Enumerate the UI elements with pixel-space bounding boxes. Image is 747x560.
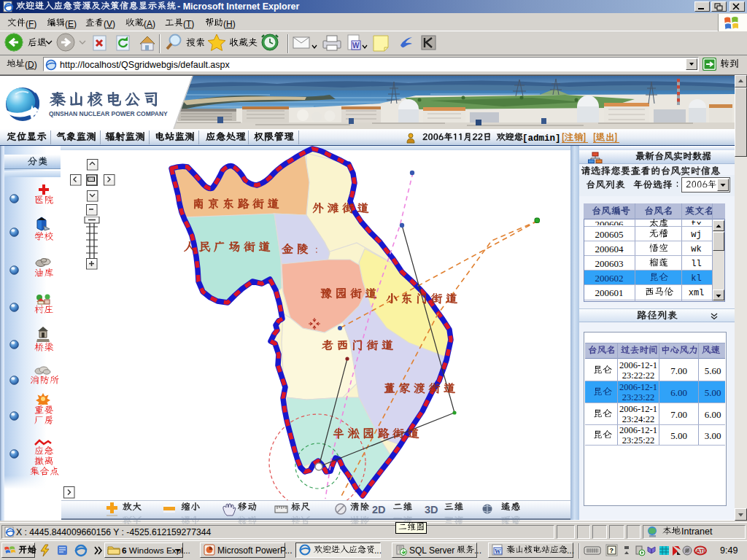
svg-text:3D: 3D — [425, 504, 438, 516]
svg-text:W: W — [352, 42, 360, 50]
svg-text:2D: 2D — [372, 504, 386, 516]
svg-text:?: ? — [610, 547, 614, 554]
svg-text:W: W — [495, 548, 501, 555]
svg-text:ATI: ATI — [696, 548, 705, 554]
